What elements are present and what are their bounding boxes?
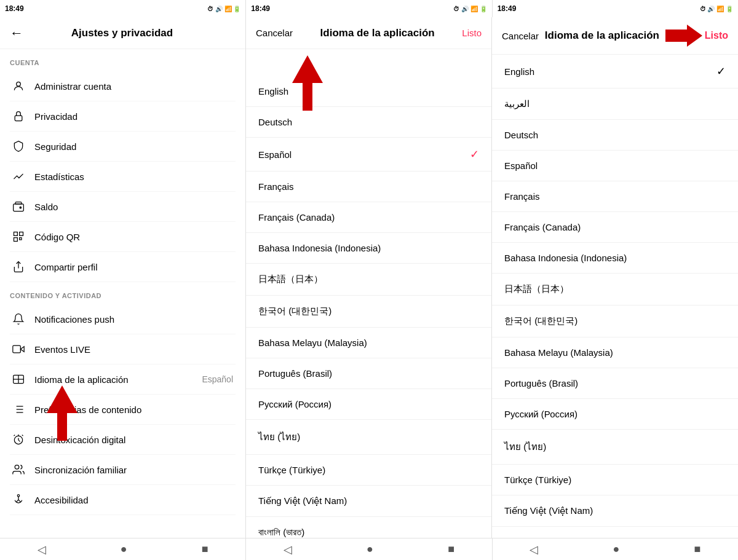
lang-item-portuguese-right[interactable]: Português (Brasil) [492,368,738,399]
language-title-middle: Idioma de la aplicación [320,27,435,39]
settings-item-sincronizacion[interactable]: Sincronización familiar [10,455,236,485]
settings-item-estadisticas[interactable]: Estadísticas [10,162,236,192]
section-cuenta: CUENTA [10,49,236,71]
settings-item-seguridad[interactable]: Seguridad [10,132,236,162]
lang-item-deutsch-mid[interactable]: Deutsch [246,107,491,138]
lang-label-turkish-right: Türkçe (Türkiye) [504,475,726,485]
lang-label-korean-right: 한국어 (대한민국) [504,315,726,327]
lang-item-turkish-mid[interactable]: Türkçe (Türkiye) [246,455,491,486]
lang-item-francais-canada-mid[interactable]: Français (Canada) [246,202,491,233]
lang-label-espanol-right: Español [504,160,726,171]
lang-label-russian-right: Русский (Россия) [504,409,726,419]
settings-item-idioma[interactable]: Idioma de la aplicación Español [10,365,236,395]
lang-item-russian-mid[interactable]: Русский (Россия) [246,389,491,420]
svg-point-3 [20,207,22,208]
listo-button-middle[interactable]: Listo [462,28,482,38]
settings-item-qr[interactable]: Código QR [10,222,236,252]
wallet-icon [10,200,27,213]
lang-item-bengali-right[interactable]: বাংলালি (ভারত) [492,527,738,538]
home-nav-1[interactable]: ● [121,543,127,556]
settings-item-accesibilidad[interactable]: Accesibilidad [10,485,236,515]
seguridad-label: Seguridad [34,141,236,152]
lang-item-thai-right[interactable]: ไทย (ไทย) [492,430,738,465]
lang-item-bahasa-my-right[interactable]: Bahasa Melayu (Malaysia) [492,337,738,368]
lang-item-arabic-right[interactable]: العربية [492,89,738,120]
language-scroll-middle[interactable]: English Deutsch Español ✓ Français Franç… [246,49,491,538]
settings-item-eventos[interactable]: Eventos LIVE [10,334,236,365]
listo-container: Listo [665,25,728,47]
timer-icon [10,433,27,446]
lang-item-turkish-right[interactable]: Türkçe (Türkiye) [492,465,738,495]
lang-item-bahasa-id-mid[interactable]: Bahasa Indonesia (Indonesia) [246,233,491,264]
lang-item-korean-mid[interactable]: 한국어 (대한민국) [246,296,491,328]
lang-label-vietnamese-mid: Tiếng Việt (Việt Nam) [258,495,479,507]
lang-label-bahasa-id-mid: Bahasa Indonesia (Indonesia) [258,243,479,253]
home-nav-3[interactable]: ● [613,543,619,556]
lang-label-korean-mid: 한국어 (대한민국) [258,306,479,317]
idioma-label: Idioma de la aplicación [34,374,202,385]
lang-item-deutsch-right[interactable]: Deutsch [492,120,738,151]
lang-item-korean-right[interactable]: 한국어 (대한민국) [492,306,738,337]
lang-label-portuguese-mid: Português (Brasil) [258,368,479,379]
language-icon [10,373,27,385]
svg-rect-1 [15,116,22,120]
lang-item-espanol-right[interactable]: Español [492,151,738,181]
lang-item-thai-mid[interactable]: ไทย (ไทย) [246,420,491,455]
lang-item-espanol-mid[interactable]: Español ✓ [246,138,491,172]
lang-item-russian-right[interactable]: Русский (Россия) [492,399,738,430]
lang-item-bahasa-my-mid[interactable]: Bahasa Melayu (Malaysia) [246,328,491,358]
lang-item-japanese-mid[interactable]: 日本語（日本） [246,264,491,296]
nav-panel-3: ◁ ● ■ [493,538,738,560]
cancel-button-middle[interactable]: Cancelar [256,28,293,38]
lang-item-vietnamese-mid[interactable]: Tiếng Việt (Việt Nam) [246,486,491,517]
lang-item-portuguese-mid[interactable]: Português (Brasil) [246,358,491,389]
language-panel-middle: Cancelar Idioma de la aplicación Listo E… [246,17,492,538]
recents-nav-3[interactable]: ■ [694,543,701,556]
time-1: 18:49 [5,4,24,13]
status-panel-3: 18:49 ⏱ 🔊 📶 🔋 [493,0,738,17]
status-icons-2: ⏱ 🔊 📶 🔋 [453,6,486,12]
lang-item-vietnamese-right[interactable]: Tiếng Việt (Việt Nam) [492,495,738,527]
lang-label-vietnamese-right: Tiếng Việt (Việt Nam) [504,505,726,516]
lang-item-francais-canada-right[interactable]: Français (Canada) [492,212,738,243]
settings-item-preferencias[interactable]: Preferencias de contenido [10,395,236,425]
eventos-label: Eventos LIVE [34,344,236,355]
recents-nav-1[interactable]: ■ [202,543,208,556]
settings-item-administrar[interactable]: Administrar cuenta [10,71,236,101]
lang-item-bahasa-id-right[interactable]: Bahasa Indonesia (Indonesia) [492,243,738,274]
settings-scroll[interactable]: CUENTA Administrar cuenta Privacidad Seg… [0,49,245,538]
lang-label-thai-right: ไทย (ไทย) [504,440,726,454]
lang-item-francais-mid[interactable]: Français [246,172,491,202]
language-scroll-right[interactable]: English ✓ العربية Deutsch Español França… [492,55,738,538]
sincronizacion-label: Sincronización familiar [34,465,236,475]
lang-label-japanese-mid: 日本語（日本） [258,274,479,285]
lang-label-bengali-right: বাংলালি (ভারত) [504,537,726,538]
family-icon [10,463,27,476]
listo-button-right[interactable]: Listo [705,30,728,41]
back-button[interactable]: ← [10,25,23,41]
lang-item-english-mid[interactable]: English [246,49,491,107]
qr-icon [10,231,27,243]
cancel-button-right[interactable]: Cancelar [502,31,539,41]
lang-item-francais-right[interactable]: Français [492,181,738,212]
back-nav-1[interactable]: ◁ [38,543,46,556]
recents-nav-2[interactable]: ■ [448,543,454,556]
settings-item-desintoxicacion[interactable]: Desintoxicación digital [10,425,236,455]
lang-item-japanese-right[interactable]: 日本語（日本） [492,274,738,306]
english-check-right: ✓ [716,65,726,78]
lang-label-russian-mid: Русский (Россия) [258,399,479,409]
shield-icon [10,140,27,152]
lang-item-english-right[interactable]: English ✓ [492,55,738,89]
settings-item-notificaciones[interactable]: Notificaciones push [10,304,236,334]
settings-item-compartir[interactable]: Compartir perfil [10,252,236,282]
lang-label-turkish-mid: Türkçe (Türkiye) [258,465,479,475]
home-nav-2[interactable]: ● [367,543,373,556]
compartir-label: Compartir perfil [34,262,236,272]
back-nav-3[interactable]: ◁ [530,543,538,556]
settings-item-saldo[interactable]: Saldo [10,192,236,222]
lang-label-deutsch-mid: Deutsch [258,117,479,127]
lang-item-bengali-mid[interactable]: বাংলালি (ভারত) [246,517,491,538]
back-nav-2[interactable]: ◁ [284,543,292,556]
settings-item-privacidad[interactable]: Privacidad [10,101,236,132]
desintoxicacion-label: Desintoxicación digital [34,435,236,445]
